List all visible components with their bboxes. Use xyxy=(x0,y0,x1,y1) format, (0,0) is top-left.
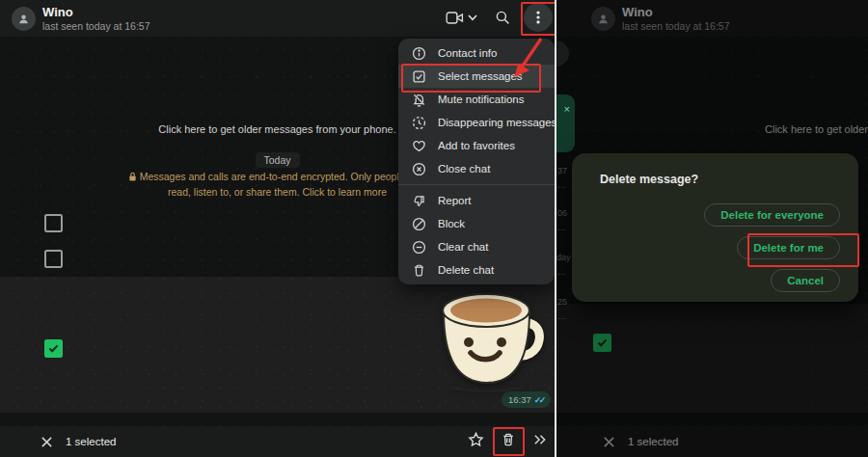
encryption-line2: read, listen to, or share them. Click to… xyxy=(168,186,387,198)
selected-count-label: 1 selected xyxy=(66,436,116,447)
lock-icon xyxy=(128,171,137,185)
delete-chat-icon xyxy=(412,263,426,278)
heart-icon xyxy=(412,139,426,153)
menu-item-disappearing-messages[interactable]: Disappearing messages xyxy=(398,111,555,134)
toast-fragment: × xyxy=(556,94,575,152)
annotation-menu-button xyxy=(521,2,555,36)
left-chat-panel: Click here to get older messages from yo… xyxy=(0,0,555,457)
close-selection-icon[interactable] xyxy=(41,435,53,452)
date-pill: Today xyxy=(255,152,299,168)
message-checkbox-checked[interactable] xyxy=(44,339,63,358)
menu-item-block[interactable]: Block xyxy=(398,212,555,235)
annotation-arrow xyxy=(508,36,545,82)
whatsapp-delete-message-tutorial: Click here to get older messages from yo… xyxy=(0,0,868,457)
search-icon[interactable] xyxy=(494,9,511,26)
block-icon xyxy=(412,217,426,231)
contact-avatar[interactable] xyxy=(12,7,36,31)
disappearing-messages-icon xyxy=(412,116,426,130)
right-chat-panel: Click here to get older messa -er har Wi… xyxy=(556,0,868,457)
mute-bell-icon xyxy=(412,93,426,107)
menu-item-report[interactable]: Report xyxy=(398,189,555,212)
star-message-button[interactable] xyxy=(468,432,484,452)
annotation-delete-button xyxy=(493,427,525,456)
menu-item-close-chat[interactable]: Close chat xyxy=(398,157,555,180)
dialog-title: Delete message? xyxy=(600,173,698,186)
forward-message-button[interactable] xyxy=(531,433,549,451)
encryption-line1: Messages and calls are end-to-end encryp… xyxy=(140,171,427,182)
delete-message-dialog: Delete message? Delete for everyone Dele… xyxy=(572,153,858,302)
annotation-delete-for-me xyxy=(747,233,859,267)
close-chat-icon xyxy=(412,162,426,176)
message-checkbox-unchecked[interactable] xyxy=(44,250,63,268)
contact-name[interactable]: Wino xyxy=(42,5,73,19)
menu-item-delete-chat[interactable]: Delete chat xyxy=(398,258,555,282)
delete-for-everyone-button[interactable]: Delete for everyone xyxy=(704,203,840,227)
clear-chat-icon xyxy=(412,240,426,255)
panel-divider xyxy=(555,0,556,457)
menu-item-add-to-favorites[interactable]: Add to favorites xyxy=(398,134,555,157)
info-icon xyxy=(412,46,426,61)
menu-item-clear-chat[interactable]: Clear chat xyxy=(398,235,555,258)
message-checkbox-unchecked[interactable] xyxy=(44,214,63,232)
contact-status: last seen today at 16:57 xyxy=(42,20,150,32)
chevron-down-icon[interactable] xyxy=(468,14,477,21)
chat-header: Wino last seen today at 16:57 xyxy=(0,0,555,37)
video-call-button[interactable] xyxy=(446,10,464,26)
selection-bottom-bar: 1 selected xyxy=(0,426,555,457)
menu-divider xyxy=(398,184,555,185)
report-thumbs-down-icon xyxy=(412,194,426,208)
cancel-button[interactable]: Cancel xyxy=(771,269,840,292)
coffee-cup-sticker[interactable] xyxy=(432,282,544,401)
toast-close-icon[interactable]: × xyxy=(564,103,570,115)
